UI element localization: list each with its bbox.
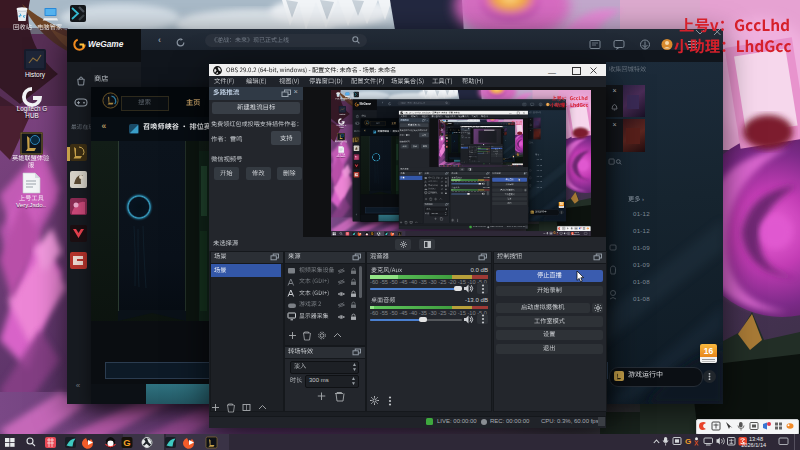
svg-text:G: G [123,437,130,448]
svg-text:G: G [685,437,691,446]
svg-text:16: 16 [704,346,714,356]
svg-text:G: G [554,231,556,235]
